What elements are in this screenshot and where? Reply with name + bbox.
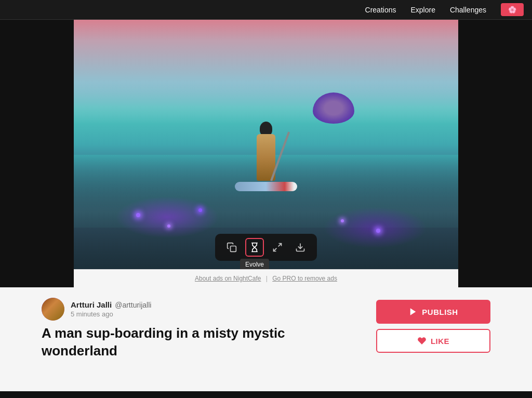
scene-glow-right [323, 207, 427, 248]
author-handle[interactable]: @artturijalli [115, 301, 151, 309]
nav-creations[interactable]: Creations [365, 6, 396, 14]
like-button[interactable]: LIKE [376, 329, 490, 353]
svg-line-2 [274, 248, 277, 251]
go-pro-link[interactable]: Go PRO to remove ads [272, 275, 337, 282]
author-section: Artturi Jalli @artturijalli 5 minutes ag… [42, 298, 355, 360]
scene-glow-left [115, 196, 219, 238]
publish-icon [408, 307, 418, 316]
like-icon [417, 336, 427, 346]
author-row: Artturi Jalli @artturijalli 5 minutes ag… [42, 298, 355, 321]
copy-button[interactable] [222, 238, 241, 257]
scene-sparkle-3 [198, 208, 202, 212]
ad-separator: | [266, 275, 268, 282]
evolve-button[interactable] [245, 238, 264, 257]
author-time: 5 minutes ago [71, 310, 151, 318]
author-name: Artturi Jalli @artturijalli [71, 300, 151, 309]
header: Creations Explore Challenges 🌸 [0, 0, 532, 20]
scene-sky [74, 20, 458, 124]
fullscreen-button[interactable] [268, 238, 287, 257]
nav-pro-button[interactable]: 🌸 [501, 3, 524, 16]
author-info: Artturi Jalli @artturijalli 5 minutes ag… [71, 300, 151, 318]
evolve-tooltip: Evolve [240, 259, 269, 269]
ad-bar: About ads on NightCafe | Go PRO to remov… [74, 269, 458, 287]
avatar [42, 298, 64, 321]
main-content: Evolve [0, 20, 532, 391]
evolve-button-wrapper: Evolve [245, 238, 264, 257]
nav-explore[interactable]: Explore [410, 6, 435, 14]
image-toolbar: Evolve [215, 234, 317, 261]
bottom-section: Artturi Jalli @artturijalli 5 minutes ag… [0, 287, 532, 391]
like-label: LIKE [431, 337, 449, 346]
publish-label: PUBLISH [422, 308, 458, 316]
scene-sparkle-4 [376, 229, 380, 233]
image-wrapper: Evolve [74, 20, 458, 287]
scene-sparkle-5 [341, 219, 344, 222]
scene-sparkle-2 [167, 224, 170, 228]
svg-line-1 [278, 244, 282, 247]
svg-marker-5 [410, 308, 416, 315]
nav-challenges[interactable]: Challenges [450, 6, 486, 14]
publish-button[interactable]: PUBLISH [376, 300, 490, 324]
figure-board [235, 182, 297, 191]
action-buttons: PUBLISH LIKE [376, 300, 490, 353]
avatar-image [42, 298, 64, 321]
artwork-image: Evolve [74, 20, 458, 269]
author-name-text[interactable]: Artturi Jalli [71, 300, 112, 309]
scene-figure [245, 118, 287, 202]
svg-rect-0 [231, 246, 236, 252]
download-button[interactable] [291, 238, 310, 257]
scene-sparkle-1 [136, 213, 140, 217]
nav: Creations Explore Challenges 🌸 [365, 3, 524, 16]
artwork-title: A man sup-boarding in a misty mystic won… [42, 325, 332, 360]
about-ads-link[interactable]: About ads on NightCafe [195, 275, 261, 282]
